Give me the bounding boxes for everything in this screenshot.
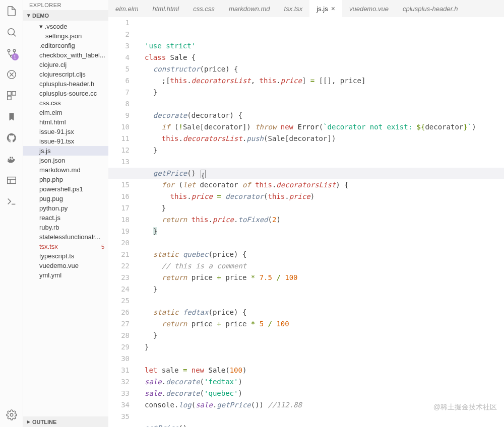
code-line[interactable] [137,156,504,168]
code-line[interactable]: } [137,341,504,353]
terminal-icon[interactable] [6,195,18,207]
line-gutter: 1234567891011121314151617181920212223242… [108,17,137,427]
file-item[interactable]: markdown.md [23,165,108,175]
file-item[interactable]: json.json [23,156,108,165]
file-item[interactable]: tsx.tsx5 [23,242,108,251]
code-line[interactable]: this.price = decorator(this.price) [137,191,504,202]
scm-badge: 1 [12,53,19,60]
code-line[interactable] [137,98,504,110]
file-item[interactable]: yml.yml [23,270,108,280]
code-line[interactable] [137,237,504,249]
file-item[interactable]: checkbox_with_label... [23,50,108,60]
code-line[interactable]: 'use strict' [137,40,504,52]
editor-tab[interactable]: html.html [146,0,186,17]
code-line[interactable]: this.decoratorsList.push(Sale[decorator]… [137,133,504,145]
chevron-down-icon: ▾ [27,12,30,19]
code-line[interactable]: for (let decorator of this.decoratorsLis… [137,179,504,191]
code-line[interactable]: decorate(decorator) { [137,110,504,121]
file-item[interactable]: pug.pug [23,194,108,203]
watermark: @稀土掘金技术社区 [433,401,497,413]
settings-gear-icon[interactable] [6,409,18,421]
editor-tab[interactable]: tsx.tsx [277,0,310,17]
github-icon[interactable] [6,132,18,144]
close-icon[interactable]: × [331,5,335,13]
svg-line-1 [13,34,16,37]
code-line[interactable]: return price + price * 5 / 100 [137,318,504,330]
section-header-outline[interactable]: ▸OUTLINE [23,416,108,427]
file-item[interactable]: typescript.ts [23,251,108,261]
svg-rect-6 [7,92,11,95]
editor-tab[interactable]: css.css [186,0,222,17]
file-item[interactable]: react.js [23,213,108,223]
search-icon[interactable] [6,26,18,38]
files-icon[interactable] [6,5,18,17]
editor-tab[interactable]: vuedemo.vue [342,0,396,17]
file-item[interactable]: clojurescript.cljs [23,69,108,79]
file-item[interactable]: elm.elm [23,108,108,117]
chevron-right-icon: ▸ [27,418,30,425]
file-item[interactable]: clojure.clj [23,60,108,69]
file-item[interactable]: statelessfunctionalr... [23,232,108,242]
code-area[interactable]: 'use strict'class Sale { constructor(pri… [137,17,504,427]
svg-rect-8 [7,96,11,100]
code-line[interactable]: constructor(price) { [137,63,504,75]
svg-point-3 [13,49,16,52]
explorer-sidebar: EXPLORER ▾DEMO ▾ .vscodesettings.json.ed… [23,0,108,427]
docker-icon[interactable] [6,153,18,165]
file-tree: ▾ .vscodesettings.json.editorconfigcheck… [23,21,108,416]
editor-tab[interactable]: js.js× [309,0,342,17]
code-line[interactable]: if (!Sale[decorator]) throw new Error(`d… [137,121,504,133]
sidebar-title: EXPLORER [23,0,108,10]
activity-bar: 1 [0,0,23,427]
code-line[interactable]: } [137,330,504,341]
code-line[interactable] [137,295,504,307]
file-item[interactable]: html.html [23,117,108,127]
code-line[interactable]: } [137,283,504,295]
editor-tab[interactable]: elm.elm [108,0,146,17]
debug-icon[interactable] [6,68,18,81]
file-item[interactable]: cplusplus-source.cc [23,89,108,98]
code-line[interactable]: class Sale { [137,52,504,63]
file-item[interactable]: ruby.rb [23,223,108,232]
file-item[interactable]: python.py [23,203,108,213]
code-line[interactable]: let sale = new Sale(100) [137,365,504,376]
file-item[interactable]: vuedemo.vue [23,261,108,270]
file-item[interactable]: settings.json [23,31,108,41]
project-icon[interactable] [6,174,18,186]
code-line[interactable]: sale.decorate('quebec') [137,388,504,399]
editor-tab[interactable]: markdown.md [222,0,277,17]
file-item[interactable]: php.php [23,175,108,184]
code-line[interactable]: getPrice() { [108,168,504,179]
file-item[interactable]: js.js [23,146,108,156]
code-line[interactable]: ;[this.decoratorsList, this.price] = [[]… [137,75,504,87]
code-line[interactable]: } [137,87,504,98]
code-line[interactable] [137,353,504,365]
file-item[interactable]: .editorconfig [23,41,108,50]
source-control-icon[interactable]: 1 [6,47,18,59]
file-item[interactable]: css.css [23,98,108,108]
code-line[interactable]: // this is a comment [137,260,504,272]
folder-item[interactable]: ▾ .vscode [23,22,108,31]
code-line[interactable]: } [137,145,504,156]
section-header-demo[interactable]: ▾DEMO [23,10,108,21]
code-editor[interactable]: 1234567891011121314151617181920212223242… [108,17,504,427]
svg-point-0 [8,29,14,35]
code-line[interactable]: return price + price * 7.5 / 100 [137,272,504,283]
code-line[interactable]: sale.decorate('fedtax') [137,376,504,388]
svg-point-2 [8,49,10,52]
bookmark-icon[interactable] [6,111,18,123]
file-item[interactable]: powershell.ps1 [23,184,108,194]
file-item[interactable]: cplusplus-header.h [23,79,108,89]
svg-point-13 [10,413,13,416]
code-line[interactable]: getPrice() [137,422,504,427]
svg-rect-9 [7,177,16,184]
code-line[interactable]: } [137,226,504,237]
editor-tab[interactable]: cplusplus-header.h [396,0,465,17]
code-line[interactable]: } [137,202,504,214]
code-line[interactable]: static fedtax(price) { [137,307,504,318]
file-item[interactable]: issue-91.tsx [23,136,108,146]
file-item[interactable]: issue-91.jsx [23,127,108,136]
extensions-icon[interactable] [6,90,18,102]
code-line[interactable]: static quebec(price) { [137,249,504,260]
code-line[interactable]: return this.price.toFixed(2) [137,214,504,226]
